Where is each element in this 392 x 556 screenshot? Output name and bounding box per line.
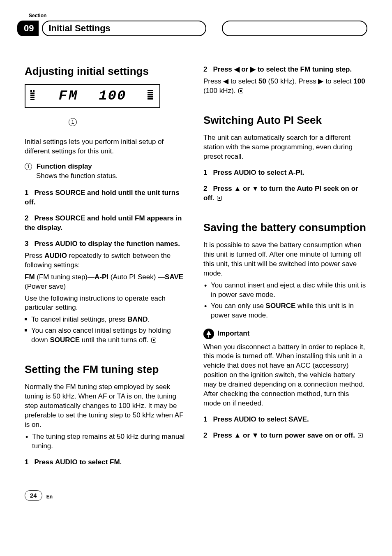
svg-rect-7 xyxy=(148,92,153,93)
chapter-title: Initial Settings xyxy=(48,22,110,35)
save-bullet-2: You can only use SOURCE while this unit … xyxy=(203,301,367,320)
heading-saving-battery: Saving the battery consumption xyxy=(203,221,367,234)
fm-step-1: 1Press AUDIO to select FM. xyxy=(25,458,189,467)
svg-rect-2 xyxy=(30,93,35,94)
page-number-badge: 24 xyxy=(25,490,42,501)
header-empty-pill xyxy=(222,21,367,36)
important-body: When you disconnect a battery in order t… xyxy=(203,343,367,409)
save-step-2: 2Press ▲ or ▼ to turn power save on or o… xyxy=(203,431,367,440)
svg-rect-4 xyxy=(30,97,35,98)
language-label: En xyxy=(46,493,53,500)
section-end-icon xyxy=(238,88,243,93)
fm-tuning-intro: Normally the FM tuning step employed by … xyxy=(25,382,189,430)
right-arrow-icon: ▶ xyxy=(318,77,323,85)
step-3-body2: Use the following instructions to operat… xyxy=(25,294,189,313)
lcd-callout: 1 xyxy=(25,110,160,127)
save-step-2-title: Press ▲ or ▼ to turn power save on or of… xyxy=(213,431,355,439)
save-step-1-title: Press AUDIO to select SAVE. xyxy=(213,415,309,423)
autopi-step-1: 1Press AUDIO to select A-PI. xyxy=(203,168,367,178)
callout-line xyxy=(73,110,73,117)
heading-adjusting: Adjusting initial settings xyxy=(25,65,189,78)
down-arrow-icon: ▼ xyxy=(252,185,259,192)
save-step-1-number: 1 xyxy=(203,415,207,423)
save-step-1: 1Press AUDIO to select SAVE. xyxy=(203,415,367,424)
autopi-step-2: 2Press ▲ or ▼ to turn the Auto PI seek o… xyxy=(203,184,367,203)
chapter-header: 09 Initial Settings xyxy=(25,21,367,36)
heading-auto-pi: Switching Auto PI Seek xyxy=(203,114,367,127)
right-arrow-icon: ▶ xyxy=(250,65,256,73)
fm-step-1-title: Press AUDIO to select FM. xyxy=(34,458,122,466)
fm-step-1-number: 1 xyxy=(25,458,28,466)
important-heading: Important xyxy=(203,329,367,339)
step-3-title: Press AUDIO to display the function name… xyxy=(34,240,180,248)
fm-step-2-number: 2 xyxy=(203,65,207,73)
svg-rect-6 xyxy=(148,90,153,91)
svg-rect-5 xyxy=(30,99,35,100)
step-1: 1Press SOURCE and hold until the unit tu… xyxy=(25,188,189,207)
save-step-2-number: 2 xyxy=(203,431,207,439)
lcd-value-text: 100 xyxy=(99,87,126,106)
function-callout-num: 1 xyxy=(25,163,32,170)
heading-fm-tuning: Setting the FM tuning step xyxy=(25,363,189,376)
autopi-step-2-number: 2 xyxy=(203,185,207,192)
save-intro: It is possible to save the battery consu… xyxy=(203,241,367,278)
step-1-title: Press SOURCE and hold until the unit tur… xyxy=(25,189,180,206)
step-1-number: 1 xyxy=(25,189,28,197)
function-display-body: Shows the function status. xyxy=(36,171,189,181)
fm-tuning-bullet: The tuning step remains at 50 kHz during… xyxy=(25,432,189,451)
page-footer: 24 En xyxy=(25,490,367,501)
note-cancel-source: You can also cancel initial settings by … xyxy=(25,326,189,345)
step-3: 3Press AUDIO to display the function nam… xyxy=(25,239,189,249)
svg-rect-0 xyxy=(30,90,32,92)
section-label: Section xyxy=(29,12,367,19)
left-column: Adjusting initial settings FM 100 1 xyxy=(25,65,189,470)
down-arrow-icon: ▼ xyxy=(252,431,259,439)
function-display-title: Function display xyxy=(37,162,92,170)
lcd-band-text: FM xyxy=(59,87,79,106)
left-arrow-icon: ◀ xyxy=(223,77,228,85)
autopi-step-1-number: 1 xyxy=(203,169,207,176)
right-column: 2Press ◀ or ▶ to select the FM tuning st… xyxy=(203,65,367,470)
content-columns: Adjusting initial settings FM 100 1 xyxy=(25,65,367,470)
fm-step-2: 2Press ◀ or ▶ to select the FM tuning st… xyxy=(203,65,367,74)
note-cancel-band: To cancel initial settings, press BAND. xyxy=(25,315,189,324)
step-2-number: 2 xyxy=(25,214,28,222)
lcd-display: FM 100 xyxy=(25,84,160,108)
chapter-title-pill: Initial Settings xyxy=(42,21,206,36)
svg-rect-3 xyxy=(30,95,35,96)
svg-rect-10 xyxy=(148,98,153,100)
important-icon xyxy=(203,329,214,339)
lcd-left-icon xyxy=(30,89,39,104)
callout-number: 1 xyxy=(69,118,77,126)
fm-step-2-title: Press ◀ or ▶ to select the FM tuning ste… xyxy=(213,65,352,73)
section-end-icon xyxy=(358,433,363,438)
autopi-step-1-title: Press AUDIO to select A-PI. xyxy=(213,169,304,176)
lcd-right-icon xyxy=(146,89,155,104)
svg-rect-1 xyxy=(33,90,35,92)
svg-rect-9 xyxy=(148,96,153,97)
step-2: 2Press SOURCE and hold until FM appears … xyxy=(25,214,189,233)
function-display-item: 1 Function display Shows the function st… xyxy=(25,162,189,181)
left-arrow-icon: ◀ xyxy=(234,65,240,73)
important-label: Important xyxy=(217,329,249,338)
up-arrow-icon: ▲ xyxy=(234,185,241,192)
settings-line: FM (FM tuning step)—A-PI (Auto PI Seek) … xyxy=(25,273,189,292)
section-end-icon xyxy=(151,338,156,343)
page: Section 09 Initial Settings Adjusting in… xyxy=(0,0,392,517)
lcd-figure: FM 100 1 xyxy=(25,84,189,127)
chapter-number-badge: 09 xyxy=(17,21,39,36)
step-3-number: 3 xyxy=(25,240,28,248)
intro-paragraph: Initial settings lets you perform initia… xyxy=(25,137,189,156)
save-bullet-1: You cannot insert and eject a disc while… xyxy=(203,281,367,300)
step-2-title: Press SOURCE and hold until FM appears i… xyxy=(25,214,182,232)
autopi-step-2-title: Press ▲ or ▼ to turn the Auto PI seek on… xyxy=(203,185,358,202)
up-arrow-icon: ▲ xyxy=(234,431,241,439)
fm-step-2-body: Press ◀ to select 50 (50 kHz). Press ▶ t… xyxy=(203,77,367,96)
auto-pi-intro: The unit can automatically search for a … xyxy=(203,133,367,162)
section-end-icon xyxy=(217,196,222,201)
svg-rect-8 xyxy=(148,94,153,95)
step-3-body1: Press AUDIO repeatedly to switch between… xyxy=(25,251,189,270)
